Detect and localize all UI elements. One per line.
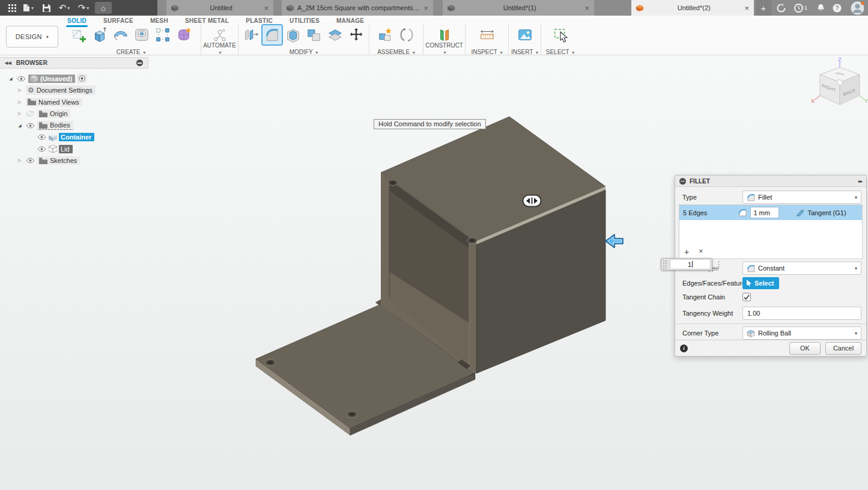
revolve-icon[interactable] — [111, 25, 130, 44]
root-document-chip[interactable]: (Unsaved) — [28, 75, 75, 83]
add-edge-set-icon[interactable]: + — [684, 247, 689, 257]
lid-screw-hole[interactable] — [266, 360, 276, 366]
radius-type-dropdown[interactable]: Constant ▾ — [742, 262, 861, 275]
eye-hidden-icon[interactable] — [26, 111, 35, 117]
ok-button[interactable]: OK — [789, 342, 821, 355]
viewport-canvas[interactable]: Hold Command to modify selection ◀◀ BROW… — [0, 55, 868, 490]
group-label-inspect[interactable]: INSPECT ▾ — [466, 49, 508, 55]
help-icon[interactable]: ? — [830, 0, 844, 16]
fillet-drag-arrow[interactable] — [604, 233, 625, 252]
floating-value-input[interactable]: 1 ⋮ — [661, 258, 722, 271]
tree-row-sketches[interactable]: ▷ Sketches — [0, 155, 148, 167]
activate-component-radio[interactable] — [77, 74, 87, 83]
tree-row-bodies[interactable]: ◢ Bodies — [0, 120, 148, 132]
fillet-dialog-header[interactable]: FILLET ▸▸ — [675, 176, 866, 187]
dialog-menu-icon[interactable] — [679, 178, 686, 185]
joint-icon[interactable] — [397, 25, 416, 44]
file-menu-icon[interactable]: ▾ — [20, 0, 36, 16]
shell-icon[interactable] — [284, 25, 303, 44]
expand-open-icon[interactable]: ◢ — [16, 123, 23, 128]
split-body-icon[interactable] — [326, 25, 345, 44]
extrude-icon[interactable] — [90, 25, 109, 44]
flip-direction-badge-icon[interactable] — [522, 194, 542, 210]
document-tab-1[interactable]: Untitled × — [166, 0, 273, 16]
tree-row-container[interactable]: Container — [0, 132, 148, 144]
eye-icon[interactable] — [26, 158, 35, 164]
body-label-lid[interactable]: Lid — [59, 145, 73, 153]
pattern-icon[interactable] — [153, 25, 172, 44]
group-label-create[interactable]: CREATE ▾ — [62, 49, 199, 55]
container-screw-hole[interactable] — [467, 237, 477, 243]
tangency-weight-input[interactable]: 1.00 — [742, 307, 861, 320]
eye-icon[interactable] — [37, 134, 46, 140]
corner-type-dropdown[interactable]: Rolling Ball ▾ — [742, 326, 861, 340]
display-settings-icon[interactable] — [136, 60, 143, 66]
document-tab-4-active[interactable]: Untitled*(2) × — [631, 0, 754, 16]
new-tab-button[interactable]: + — [756, 0, 771, 16]
collapse-panel-icon[interactable]: ◀◀ — [5, 61, 11, 66]
insert-canvas-icon[interactable] — [515, 25, 535, 44]
expand-closed-icon[interactable]: ▷ — [16, 88, 23, 93]
expand-open-icon[interactable]: ◢ — [7, 76, 14, 81]
tree-row-document-settings[interactable]: ▷ ⚙ Document Settings — [0, 85, 148, 97]
close-tab-icon[interactable]: × — [264, 4, 269, 12]
info-icon[interactable]: i — [680, 345, 688, 352]
body-label-container[interactable]: Container — [59, 133, 94, 141]
press-pull-icon[interactable] — [241, 25, 261, 44]
group-label-automate[interactable]: AUTOMATE ▾ — [201, 42, 238, 55]
redo-icon[interactable]: ↷▾ — [74, 0, 93, 16]
lid-screw-hole[interactable] — [347, 411, 357, 417]
document-tab-2[interactable]: A_2M 15cm Square with compartments*(1) × — [282, 0, 433, 16]
cancel-button[interactable]: Cancel — [825, 342, 861, 355]
tree-row-lid[interactable]: Lid — [0, 143, 148, 155]
create-form-icon[interactable] — [174, 25, 193, 44]
view-cube[interactable]: Z X Y TOP RIGHT BACK — [809, 57, 868, 116]
more-options-icon[interactable]: ⋮ — [715, 260, 722, 268]
create-sketch-icon[interactable] — [69, 25, 88, 44]
remove-edge-set-icon[interactable]: × — [699, 247, 703, 257]
group-label-construct[interactable]: CONSTRUCT ▾ — [423, 42, 465, 55]
radius-input[interactable]: 1 mm — [750, 207, 779, 218]
new-component-icon[interactable] — [376, 25, 395, 44]
combine-icon[interactable] — [305, 25, 324, 44]
tree-row-named-views[interactable]: ▷ Named Views — [0, 96, 148, 108]
eye-icon[interactable] — [26, 123, 35, 129]
move-copy-icon[interactable] — [347, 25, 366, 44]
job-status-icon[interactable]: 1 — [791, 0, 811, 16]
expand-closed-icon[interactable]: ▷ — [16, 111, 23, 116]
drag-handle-icon[interactable] — [661, 260, 669, 269]
save-icon[interactable] — [40, 0, 53, 16]
notifications-bell-icon[interactable] — [813, 0, 828, 16]
document-tab-3[interactable]: Untitled*(1) × — [443, 0, 594, 16]
home-button[interactable]: ⌂ — [95, 2, 112, 14]
expand-closed-icon[interactable]: ▷ — [16, 100, 23, 105]
workspace-switcher[interactable]: DESIGN▾ — [6, 26, 58, 47]
type-dropdown[interactable]: Fillet ▾ — [742, 191, 861, 204]
close-tab-icon[interactable]: × — [744, 4, 749, 12]
group-label-insert[interactable]: INSERT ▾ — [509, 49, 541, 55]
undo-icon[interactable]: ↶▾ — [55, 0, 73, 16]
close-tab-icon[interactable]: × — [584, 4, 589, 12]
expand-closed-icon[interactable]: ▷ — [16, 158, 23, 163]
value-input-field[interactable]: 1 — [670, 259, 711, 269]
tree-row-origin[interactable]: ▷ Origin — [0, 108, 148, 120]
eye-icon[interactable] — [37, 146, 46, 152]
container-screw-hole[interactable] — [388, 180, 398, 186]
continuity-dropdown[interactable]: Tangent (G1) — [796, 209, 846, 216]
select-button[interactable]: Select — [742, 277, 779, 289]
group-label-assemble[interactable]: ASSEMBLE ▾ — [369, 49, 423, 55]
hole-icon[interactable] — [132, 25, 151, 44]
fillet-tool-icon[interactable] — [263, 25, 282, 44]
measure-icon[interactable] — [478, 25, 497, 44]
extensions-icon[interactable] — [774, 0, 788, 16]
group-label-select[interactable]: SELECT ▾ — [541, 49, 579, 55]
close-tab-icon[interactable]: × — [423, 4, 428, 12]
eye-icon[interactable] — [17, 76, 26, 82]
dock-dialog-icon[interactable]: ▸▸ — [858, 179, 862, 184]
tangent-chain-checkbox[interactable] — [742, 293, 751, 301]
group-label-modify[interactable]: MODIFY ▾ — [238, 49, 369, 55]
browser-header[interactable]: ◀◀ BROWSER — [0, 57, 148, 69]
app-grid-icon[interactable] — [5, 0, 19, 16]
tree-row-root[interactable]: ◢ (Unsaved) — [0, 73, 148, 85]
user-avatar[interactable] — [848, 0, 866, 16]
